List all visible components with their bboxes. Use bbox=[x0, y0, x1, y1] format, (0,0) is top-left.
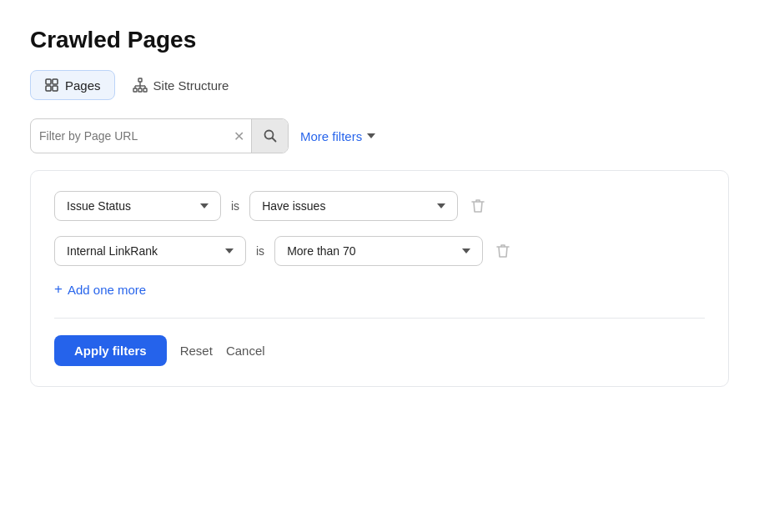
svg-rect-0 bbox=[46, 79, 51, 84]
search-input[interactable] bbox=[31, 129, 227, 143]
tab-pages[interactable]: Pages bbox=[30, 70, 115, 100]
chevron-down-icon bbox=[437, 203, 445, 208]
more-filters-label: More filters bbox=[300, 129, 362, 143]
delete-filter-1-button[interactable] bbox=[468, 195, 488, 217]
more-filters-button[interactable]: More filters bbox=[300, 129, 375, 143]
filter-value-1[interactable]: Have issues bbox=[249, 191, 458, 221]
svg-rect-6 bbox=[138, 88, 142, 92]
chevron-down-icon bbox=[462, 248, 470, 253]
tabs-bar: Pages Site Structure bbox=[30, 70, 729, 100]
filter-value-2-label: More than 70 bbox=[287, 244, 356, 258]
search-row: ✕ More filters bbox=[30, 118, 729, 153]
cancel-button[interactable]: Cancel bbox=[226, 344, 265, 358]
delete-filter-2-button[interactable] bbox=[493, 240, 513, 262]
svg-rect-1 bbox=[53, 79, 58, 84]
tab-site-structure[interactable]: Site Structure bbox=[118, 70, 244, 100]
trash-icon bbox=[471, 198, 485, 213]
add-filter-button[interactable]: + Add one more bbox=[54, 281, 146, 298]
pages-icon bbox=[44, 78, 59, 93]
filter-value-2[interactable]: More than 70 bbox=[274, 236, 483, 266]
filter-panel: Issue Status is Have issues Internal Lin… bbox=[30, 170, 729, 387]
chevron-down-icon bbox=[200, 203, 209, 208]
filter-connector-2: is bbox=[256, 244, 264, 258]
reset-button[interactable]: Reset bbox=[180, 344, 213, 358]
trash-icon bbox=[496, 243, 510, 258]
search-icon bbox=[264, 129, 277, 143]
page-title: Crawled Pages bbox=[30, 27, 729, 53]
add-filter-label: Add one more bbox=[68, 283, 146, 297]
svg-rect-3 bbox=[53, 86, 58, 91]
filter-field-2[interactable]: Internal LinkRank bbox=[54, 236, 246, 266]
svg-rect-4 bbox=[138, 78, 142, 82]
tab-site-structure-label: Site Structure bbox=[153, 78, 229, 93]
plus-icon: + bbox=[54, 281, 63, 298]
search-button[interactable] bbox=[251, 119, 288, 153]
filter-value-1-label: Have issues bbox=[262, 199, 325, 213]
svg-line-14 bbox=[272, 138, 275, 142]
tab-pages-label: Pages bbox=[65, 78, 101, 93]
chevron-down-icon bbox=[367, 133, 375, 138]
site-structure-icon bbox=[133, 78, 148, 93]
filter-connector-1: is bbox=[231, 199, 239, 213]
filter-field-2-label: Internal LinkRank bbox=[67, 244, 158, 258]
chevron-down-icon bbox=[225, 248, 234, 253]
filter-row-1: Issue Status is Have issues bbox=[54, 191, 705, 221]
filter-field-1-label: Issue Status bbox=[67, 199, 131, 213]
svg-rect-5 bbox=[133, 88, 137, 92]
clear-search-icon[interactable]: ✕ bbox=[227, 128, 251, 144]
action-bar: Apply filters Reset Cancel bbox=[54, 318, 705, 386]
filter-field-1[interactable]: Issue Status bbox=[54, 191, 221, 221]
apply-filters-button[interactable]: Apply filters bbox=[54, 335, 167, 366]
filter-row-2: Internal LinkRank is More than 70 bbox=[54, 236, 705, 266]
search-box: ✕ bbox=[30, 118, 289, 153]
svg-rect-7 bbox=[143, 88, 147, 92]
svg-rect-2 bbox=[46, 86, 51, 91]
